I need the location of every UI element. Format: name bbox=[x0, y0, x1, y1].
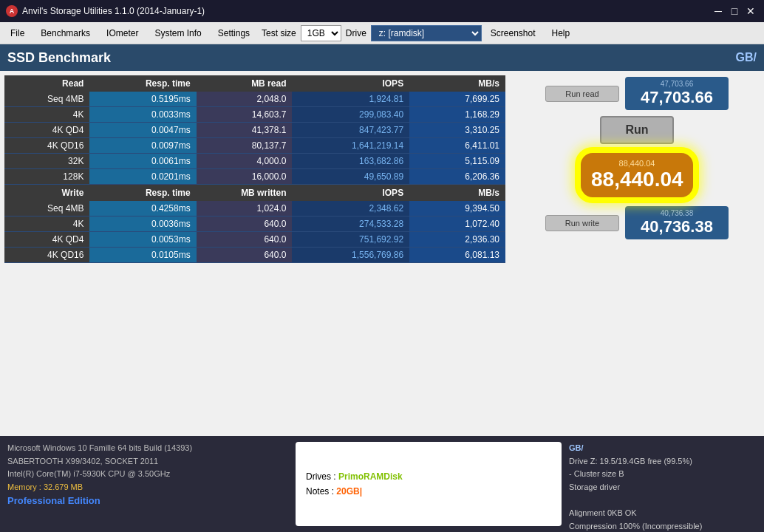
alignment-info: Alignment 0KB OK bbox=[569, 507, 757, 520]
row-label: 4K bbox=[4, 107, 89, 123]
row-label: Seq 4MB bbox=[4, 92, 89, 107]
table-row: 32K 0.0061ms 4,000.0 163,682.86 5,115.09 bbox=[4, 154, 505, 169]
title-bar: A Anvil's Storage Utilities 1.1.0 (2014-… bbox=[0, 0, 764, 22]
spacer bbox=[569, 494, 757, 507]
row-label: 32K bbox=[4, 154, 89, 169]
resp-value: 0.0047ms bbox=[89, 123, 196, 138]
menu-file[interactable]: File bbox=[3, 25, 32, 41]
resp-value: 0.0053ms bbox=[89, 232, 196, 248]
drives-value: PrimoRAMDisk bbox=[338, 471, 403, 482]
read-header-row: Read Resp. time MB read IOPS MB/s bbox=[4, 75, 505, 92]
read-score-section: Run read 47,703.66 47,703.66 bbox=[545, 77, 729, 110]
cpu-info: Intel(R) Core(TM) i7-5930K CPU @ 3.50GHz bbox=[7, 468, 288, 481]
highlighted-score-box: 88,440.04 88,440.04 bbox=[578, 150, 696, 200]
table-row: 4K 0.0033ms 14,603.7 299,083.40 1,168.29 bbox=[4, 107, 505, 123]
iops-value: 2,348.62 bbox=[292, 201, 409, 216]
drive-select[interactable]: z: [ramdisk] bbox=[371, 25, 482, 41]
mbs-value: 6,206.36 bbox=[409, 169, 505, 185]
system-info-panel: Microsoft Windows 10 Famille 64 bits Bui… bbox=[7, 442, 288, 526]
mbs-value: 6,081.13 bbox=[409, 248, 505, 263]
title-bar-left: A Anvil's Storage Utilities 1.1.0 (2014-… bbox=[6, 5, 205, 17]
drive-label: Drive bbox=[346, 28, 366, 38]
app-icon: A bbox=[6, 5, 18, 17]
mb-read-header: MB read bbox=[197, 75, 293, 92]
row-label: 4K QD16 bbox=[4, 248, 89, 263]
iops-value: 751,692.92 bbox=[292, 232, 409, 248]
menu-bar: File Benchmarks IOmeter System Info Sett… bbox=[0, 22, 764, 44]
write-score-label: 40,736.38 bbox=[632, 209, 721, 217]
notes-label: Notes : bbox=[306, 486, 336, 497]
os-info: Microsoft Windows 10 Famille 64 bits Bui… bbox=[7, 442, 288, 455]
iops-header-write: IOPS bbox=[292, 185, 409, 202]
row-label: 4K QD4 bbox=[4, 232, 89, 248]
mbs-value: 3,310.25 bbox=[409, 123, 505, 138]
table-row: Seq 4MB 0.5195ms 2,048.0 1,924.81 7,699.… bbox=[4, 92, 505, 107]
results-table: Read Resp. time MB read IOPS MB/s Seq 4M… bbox=[4, 75, 505, 263]
read-score-box: 47,703.66 47,703.66 bbox=[625, 77, 729, 110]
menu-system-info[interactable]: System Info bbox=[147, 25, 208, 41]
mbs-value: 1,168.29 bbox=[409, 107, 505, 123]
mb-value: 640.0 bbox=[197, 232, 293, 248]
close-button[interactable]: ✕ bbox=[743, 4, 758, 18]
menu-screenshot[interactable]: Screenshot bbox=[483, 25, 543, 41]
table-row: 4K QD4 0.0053ms 640.0 751,692.92 2,936.3… bbox=[4, 232, 505, 248]
drive-free: Drive Z: 19.5/19.4GB free (99.5%) bbox=[569, 455, 757, 468]
menu-help[interactable]: Help bbox=[545, 25, 578, 41]
read-score-label: 47,703.66 bbox=[632, 80, 721, 88]
highlighted-score-value: 88,440.04 bbox=[591, 168, 683, 191]
mbs-value: 6,411.01 bbox=[409, 138, 505, 154]
mbs-value: 5,115.09 bbox=[409, 154, 505, 169]
write-header-row: Write Resp. time MB written IOPS MB/s bbox=[4, 185, 505, 202]
window-controls: ─ □ ✕ bbox=[711, 4, 758, 18]
drive-unit: GB/ bbox=[569, 442, 757, 455]
motherboard-info: SABERTOOTH X99/3402, SOCKET 2011 bbox=[7, 455, 288, 468]
menu-iometer[interactable]: IOmeter bbox=[99, 25, 146, 41]
mbs-value: 9,394.50 bbox=[409, 201, 505, 216]
resp-header: Resp. time bbox=[89, 75, 196, 92]
resp-value: 0.0105ms bbox=[89, 248, 196, 263]
read-label: Read bbox=[4, 75, 89, 92]
mbs-value: 7,699.25 bbox=[409, 92, 505, 107]
ssd-header: SSD Benchmark GB/ bbox=[0, 44, 764, 71]
table-row: Seq 4MB 0.4258ms 1,024.0 2,348.62 9,394.… bbox=[4, 201, 505, 216]
ssd-unit: GB/ bbox=[736, 51, 757, 64]
row-label: 128K bbox=[4, 169, 89, 185]
resp-header-write: Resp. time bbox=[89, 185, 196, 202]
mb-value: 80,137.7 bbox=[197, 138, 293, 154]
iops-value: 163,682.86 bbox=[292, 154, 409, 169]
resp-value: 0.5195ms bbox=[89, 92, 196, 107]
write-score-value: 40,736.38 bbox=[632, 217, 721, 236]
run-write-button[interactable]: Run write bbox=[545, 215, 619, 231]
write-score-box: 40,736.38 40,736.38 bbox=[625, 206, 729, 239]
run-read-button[interactable]: Run read bbox=[545, 86, 619, 102]
mb-value: 2,048.0 bbox=[197, 92, 293, 107]
window-title: Anvil's Storage Utilities 1.1.0 (2014-Ja… bbox=[22, 6, 205, 16]
mb-value: 640.0 bbox=[197, 248, 293, 263]
test-size-control: Test size 1GB 2GB 4GB bbox=[262, 25, 341, 41]
iops-value: 1,641,219.14 bbox=[292, 138, 409, 154]
notes-value[interactable]: 20GB bbox=[336, 486, 362, 497]
iops-value: 49,650.89 bbox=[292, 169, 409, 185]
drive-control: Drive z: [ramdisk] bbox=[346, 25, 482, 41]
table-row: 4K QD16 0.0105ms 640.0 1,556,769.86 6,08… bbox=[4, 248, 505, 263]
run-button[interactable]: Run bbox=[600, 116, 674, 144]
resp-value: 0.0036ms bbox=[89, 216, 196, 232]
minimize-button[interactable]: ─ bbox=[711, 4, 726, 18]
iops-value: 274,533.28 bbox=[292, 216, 409, 232]
menu-benchmarks[interactable]: Benchmarks bbox=[33, 25, 98, 41]
mbs-header-read: MB/s bbox=[409, 75, 505, 92]
drives-label: Drives : bbox=[306, 471, 338, 482]
drives-row: Drives : PrimoRAMDisk bbox=[306, 471, 551, 482]
row-label: Seq 4MB bbox=[4, 201, 89, 216]
table-row: 4K QD4 0.0047ms 41,378.1 847,423.77 3,31… bbox=[4, 123, 505, 138]
iops-value: 299,083.40 bbox=[292, 107, 409, 123]
test-size-select[interactable]: 1GB 2GB 4GB bbox=[301, 25, 341, 41]
read-score-value: 47,703.66 bbox=[632, 88, 721, 107]
mb-value: 4,000.0 bbox=[197, 154, 293, 169]
storage-driver: Storage driver bbox=[569, 481, 757, 494]
test-size-label: Test size bbox=[262, 28, 296, 38]
menu-settings[interactable]: Settings bbox=[211, 25, 257, 41]
mbs-value: 1,072.40 bbox=[409, 216, 505, 232]
maximize-button[interactable]: □ bbox=[727, 4, 742, 18]
iops-header-read: IOPS bbox=[292, 75, 409, 92]
